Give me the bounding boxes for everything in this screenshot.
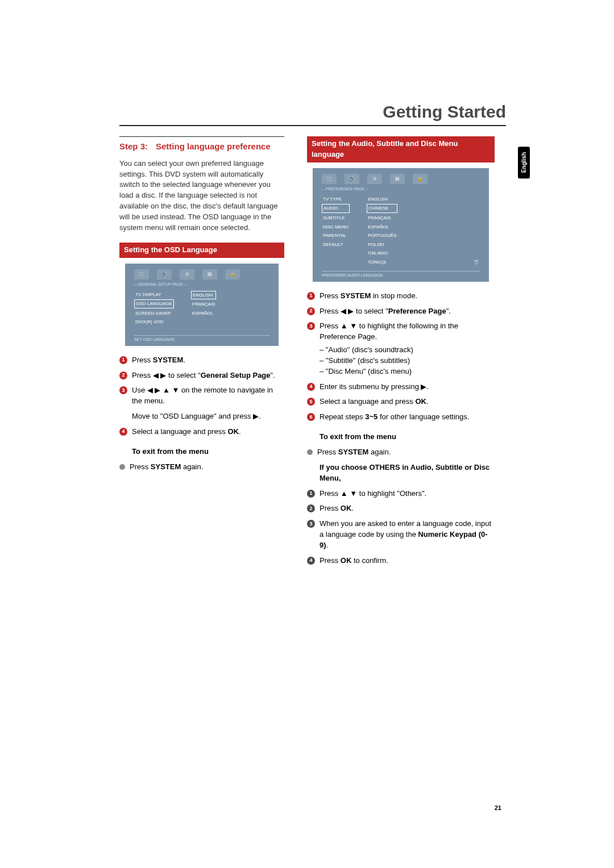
dash-item: "Subtitle" (disc's subtitles) <box>320 356 495 366</box>
menu-item: DEFAULT <box>322 241 350 249</box>
step-label: Step 3: <box>119 140 148 153</box>
step-badge-1: 1 <box>307 292 315 300</box>
menu-tab-icon: ⊙ <box>180 269 194 279</box>
menu-tab-icon: 🔒 <box>413 174 428 184</box>
step-badge-2: 2 <box>119 372 127 379</box>
dash-item: "Disc Menu" (disc's menu) <box>320 366 495 377</box>
step-text: Press <box>132 356 153 364</box>
exit-header: To exit from the menu <box>320 432 495 443</box>
step-badge-4: 4 <box>307 383 315 391</box>
left-column: Step 3: Setting language preference You … <box>119 136 284 575</box>
osd-menu-mock: ⬚ 🔊 ⊙ ▤ 🔒 -- GENERAL SETUP PAGE -- TV DI… <box>125 264 279 346</box>
menu-option-selected: ENGLISH <box>191 291 216 300</box>
step-subtext: Move to "OSD Language" and press ▶. <box>132 411 284 422</box>
menu-option: ENGLISH <box>367 195 398 203</box>
step-badge-4: 4 <box>119 428 127 436</box>
menu-mock-footer: PREFERRED AUDIO LANGUAGE <box>322 271 480 278</box>
step-text: Press ▲ ▼ to highlight the following in … <box>320 321 495 343</box>
menu-tab-icon: 🔊 <box>345 174 359 184</box>
menu-tab-icon: 🔒 <box>225 269 240 279</box>
menu-option: POLSKI <box>367 241 398 249</box>
right-column: Setting the Audio, Subtitle and Disc Men… <box>307 136 495 575</box>
menu-item: DISC MENU <box>322 223 350 231</box>
page-number: 21 <box>495 804 501 811</box>
step-badge-1: 1 <box>307 490 315 498</box>
osd-subheader: Setting the OSD Language <box>119 243 284 258</box>
language-tab: English <box>518 147 530 178</box>
menu-option: FRANÇAIS <box>191 301 216 308</box>
menu-tab-icon: ⬚ <box>134 269 149 279</box>
menu-tab-icon: ⬚ <box>322 174 337 184</box>
menu-item: SCREEN SAVER <box>134 310 174 318</box>
menu-option: ITALIANO <box>367 249 398 257</box>
menu-tab-icon: ⊙ <box>367 174 382 184</box>
step-title: Setting language preference <box>156 140 271 153</box>
dash-item: "Audio" (disc's soundtrack) <box>320 345 495 356</box>
menu-tabs: ⬚ 🔊 ⊙ ▤ 🔒 <box>134 269 269 279</box>
step-badge-2: 2 <box>307 504 315 512</box>
menu-right-list: ENGLISH CHINESE FRANÇAIS ESPAÑOL PORTUGU… <box>367 195 398 266</box>
menu-item: SUBTITLE <box>322 214 350 222</box>
menu-option-selected: CHINESE <box>367 204 398 213</box>
step-badge-3: 3 <box>307 520 315 528</box>
preference-menu-mock: ⬚ 🔊 ⊙ ▤ 🔒 -- PREFERENCE PAGE -- TV TYPE … <box>313 168 489 282</box>
step-badge-5: 5 <box>307 398 315 406</box>
step-text: Press ▲ ▼ to highlight "Others". <box>320 489 495 499</box>
others-steps-list: 1 Press ▲ ▼ to highlight "Others". 2 Pre… <box>307 489 495 566</box>
menu-mock-title: -- GENERAL SETUP PAGE -- <box>134 282 269 287</box>
menu-item: TV TYPE <box>322 195 350 203</box>
step-badge-2: 2 <box>307 307 315 315</box>
menu-left-list: TV TYPE AUDIO SUBTITLE DISC MENU PARENTA… <box>322 195 350 266</box>
menu-option: ESPAÑOL <box>367 223 398 231</box>
step-text: Use ◀ ▶ ▲ ▼ on the remote to navigate in… <box>132 385 284 407</box>
bullet-icon <box>307 449 313 455</box>
menu-option: TÜRKÇE <box>367 258 398 266</box>
menu-option: PORTUGUÊS <box>367 232 398 240</box>
menu-tab-icon: ▤ <box>390 174 405 184</box>
menu-item: DIVX(R) VOD <box>134 318 174 326</box>
menu-tab-icon: 🔊 <box>157 269 172 279</box>
menu-item: TV DISPLAY <box>134 291 174 299</box>
menu-item-selected: OSD LANGUAGE <box>134 299 174 308</box>
system-label: SYSTEM <box>153 356 183 364</box>
bullet-icon <box>119 464 125 470</box>
audio-subheader: Setting the Audio, Subtitle and Disc Men… <box>307 136 495 162</box>
exit-header: To exit from the menu <box>132 446 284 457</box>
step-badge-1: 1 <box>119 356 127 364</box>
intro-paragraph: You can select your own preferred langua… <box>119 158 284 233</box>
menu-right-list: ENGLISH FRANÇAIS ESPAÑOL <box>191 291 216 331</box>
step-heading: Step 3: Setting language preference <box>119 136 284 153</box>
step-badge-3: 3 <box>307 322 315 330</box>
menu-left-list: TV DISPLAY OSD LANGUAGE SCREEN SAVER DIV… <box>134 291 174 331</box>
menu-item-selected: AUDIO <box>322 204 350 213</box>
menu-option: ESPAÑOL <box>191 310 216 318</box>
step-text: Press ◀ ▶ to select " <box>132 371 201 379</box>
step-text: Select a language and press <box>132 427 227 436</box>
menu-option: FRANÇAIS <box>367 214 398 222</box>
step-text: Enter its submenu by pressing ▶. <box>320 382 495 393</box>
menu-tabs: ⬚ 🔊 ⊙ ▤ 🔒 <box>322 174 480 184</box>
others-header: If you choose OTHERS in Audio, Subtitle … <box>320 462 495 484</box>
step-badge-4: 4 <box>307 557 315 565</box>
step-badge-6: 6 <box>307 413 315 421</box>
menu-mock-title: -- PREFERENCE PAGE -- <box>322 186 480 192</box>
right-steps-list: 1 Press SYSTEM in stop mode. 2 Press ◀ ▶… <box>307 291 495 423</box>
left-steps-list: 1 Press SYSTEM. 2 Press ◀ ▶ to select "G… <box>119 355 284 437</box>
menu-mock-footer: SET OSD LANGUAGE <box>134 335 269 343</box>
menu-item: PARENTAL <box>322 232 350 240</box>
section-title: Getting Started <box>119 102 506 126</box>
step-badge-3: 3 <box>119 386 127 394</box>
chevron-down-icon: ▽ <box>474 258 479 267</box>
menu-tab-icon: ▤ <box>202 269 217 279</box>
